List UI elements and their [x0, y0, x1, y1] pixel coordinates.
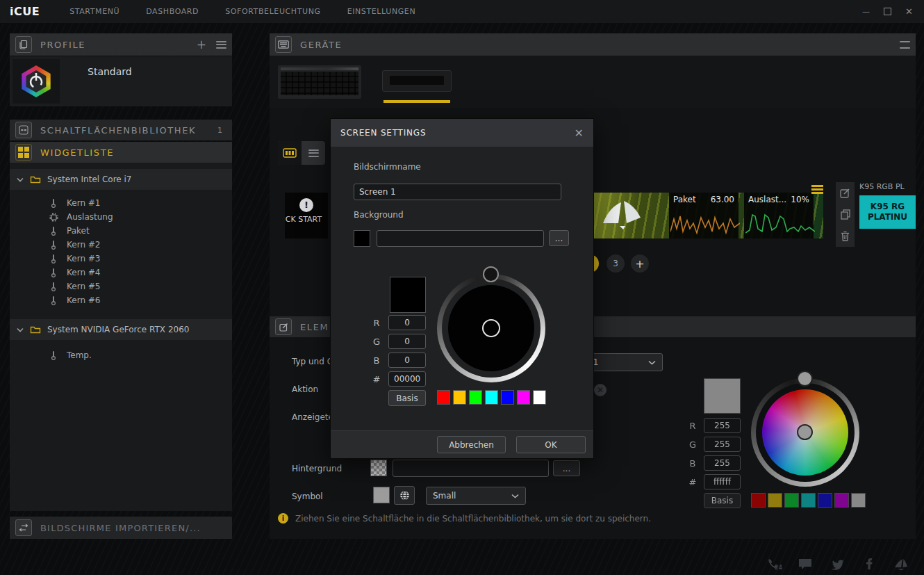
g-label: G: [372, 337, 381, 347]
basis-button[interactable]: Basis: [704, 493, 741, 508]
devices-panel-header: GERÄTE: [270, 33, 916, 56]
devices-menu-icon[interactable]: [900, 41, 910, 49]
dialog-background-label: Background: [354, 210, 404, 220]
tree-item-kern2[interactable]: Kern #2: [10, 238, 232, 252]
swatch-green[interactable]: [784, 493, 799, 508]
swatch-magenta[interactable]: [517, 390, 530, 405]
symbol-color-swatch[interactable]: [373, 487, 390, 503]
maximize-icon[interactable]: [884, 8, 891, 15]
background-path-input[interactable]: [393, 460, 549, 477]
tree-item-kern4[interactable]: Kern #4: [10, 266, 232, 280]
tree-item-kern3[interactable]: Kern #3: [10, 252, 232, 266]
import-screens-button[interactable]: BILDSCHIRME IMPORTIEREN/...: [10, 517, 232, 539]
tree-group-intel[interactable]: System Intel Core i7: [10, 169, 232, 190]
g-input[interactable]: [388, 334, 426, 349]
swatch-blue[interactable]: [818, 493, 832, 508]
dialog-background-swatch[interactable]: [354, 230, 370, 247]
edit-icon[interactable]: [840, 188, 850, 198]
nav-sofortbeleuchtung[interactable]: SOFORTBELEUCHTUNG: [225, 7, 321, 16]
nav-einstellungen[interactable]: EINSTELLUNGEN: [347, 7, 416, 16]
hex-input[interactable]: [704, 474, 741, 489]
facebook-icon[interactable]: [861, 557, 877, 571]
dialog-background-input[interactable]: [377, 230, 544, 247]
swatch-green[interactable]: [469, 390, 482, 405]
close-icon[interactable]: ✕: [575, 127, 584, 140]
tree-item-kern1[interactable]: Kern #1: [10, 196, 232, 210]
add-page-button[interactable]: +: [631, 254, 649, 273]
screen-name-input[interactable]: [354, 184, 561, 200]
tree-item-temp[interactable]: Temp.: [10, 348, 232, 362]
twitter-icon[interactable]: [830, 557, 845, 571]
swatch-magenta[interactable]: [834, 493, 849, 508]
add-profile-icon[interactable]: +: [197, 38, 206, 51]
background-browse-button[interactable]: ...: [553, 460, 580, 476]
nav-dashboard[interactable]: DASHBOARD: [146, 7, 199, 16]
tree-item-kern5[interactable]: Kern #5: [10, 280, 232, 293]
clear-action-icon[interactable]: ✕: [594, 384, 607, 396]
tree-item-kern6[interactable]: Kern #6: [10, 293, 232, 307]
list-view-button[interactable]: [302, 141, 325, 165]
wheel-knob[interactable]: [482, 319, 500, 337]
background-color-swatch[interactable]: [370, 460, 387, 476]
ok-button[interactable]: OK: [516, 436, 586, 453]
swatch-white[interactable]: [533, 390, 546, 405]
wheel-knob[interactable]: [797, 424, 813, 440]
button-library-header[interactable]: SCHALTFLÄCHENBIBLIOTHEK 1: [10, 120, 232, 140]
browse-label: ...: [555, 234, 563, 243]
swatch-cyan[interactable]: [801, 493, 816, 508]
swatch-cyan[interactable]: [485, 390, 498, 405]
r-input[interactable]: [388, 315, 426, 330]
widgets-view-button[interactable]: [278, 141, 302, 165]
main-nav: STARTMENÜ DASHBOARD SOFORTBELEUCHTUNG EI…: [69, 7, 415, 16]
tree-item-paket[interactable]: Paket: [10, 224, 232, 238]
close-icon[interactable]: ✕: [905, 6, 913, 17]
symbol-globe-button[interactable]: [394, 486, 415, 505]
profile-item[interactable]: Standard: [10, 56, 232, 106]
b-input[interactable]: [704, 455, 741, 471]
r-input[interactable]: [704, 418, 741, 433]
ring-knob[interactable]: [483, 266, 499, 282]
trash-icon[interactable]: [841, 231, 850, 241]
screen-thumb-quickstart[interactable]: ! CK START: [285, 193, 328, 238]
b-input[interactable]: [388, 353, 426, 368]
duplicate-icon[interactable]: [841, 209, 850, 220]
quick-swatches: [751, 493, 866, 508]
widget-graph: [745, 211, 815, 237]
swatch-yellow[interactable]: [453, 390, 466, 405]
device-tab-nexus[interactable]: [382, 70, 452, 92]
minimize-icon[interactable]: —: [862, 7, 870, 16]
basis-button[interactable]: Basis: [388, 390, 426, 406]
hex-input[interactable]: [388, 371, 426, 387]
dialog-browse-button[interactable]: ...: [549, 230, 569, 246]
widget-list-header[interactable]: WIDGETLISTE: [10, 142, 232, 163]
k95-screenset-preview[interactable]: K95 RG PLATINU: [859, 195, 916, 229]
tree-group-nvidia[interactable]: System NVIDIA GeForce RTX 2060: [10, 319, 232, 340]
browse-label: ...: [563, 464, 570, 473]
icue-hexagon-icon: [20, 65, 52, 97]
chevron-down-icon: [511, 494, 519, 499]
profile-menu-icon[interactable]: [216, 41, 226, 49]
page-dot-3[interactable]: 3: [607, 254, 625, 273]
swatch-red[interactable]: [751, 493, 766, 508]
support-24-icon[interactable]: 24: [766, 557, 781, 571]
ring-knob[interactable]: [797, 371, 813, 387]
swatch-white[interactable]: [851, 493, 866, 508]
app-background: iCUE STARTMENÜ DASHBOARD SOFORTBELEUCHTU…: [0, 0, 924, 575]
swatch-red[interactable]: [437, 390, 450, 405]
nav-startmenu[interactable]: STARTMENÜ: [69, 7, 119, 16]
corsair-icon[interactable]: [893, 557, 909, 571]
icue-logo: iCUE: [10, 5, 40, 18]
preview-widget-auslast: Auslast... 10%: [744, 193, 814, 238]
swatch-blue[interactable]: [501, 390, 514, 405]
basis-label: Basis: [711, 496, 733, 505]
device-tab-keyboard[interactable]: [278, 65, 361, 99]
chat-icon[interactable]: [798, 557, 813, 571]
screen-menu-icon[interactable]: [811, 185, 823, 194]
hex-label: #: [688, 477, 698, 487]
symbol-size-dropdown[interactable]: Small: [426, 487, 526, 505]
g-input[interactable]: [704, 437, 741, 452]
hex-label: #: [372, 374, 381, 384]
tree-item-auslastung[interactable]: Auslastung: [10, 210, 232, 224]
cancel-button[interactable]: Abbrechen: [437, 436, 506, 453]
swatch-yellow[interactable]: [768, 493, 782, 508]
